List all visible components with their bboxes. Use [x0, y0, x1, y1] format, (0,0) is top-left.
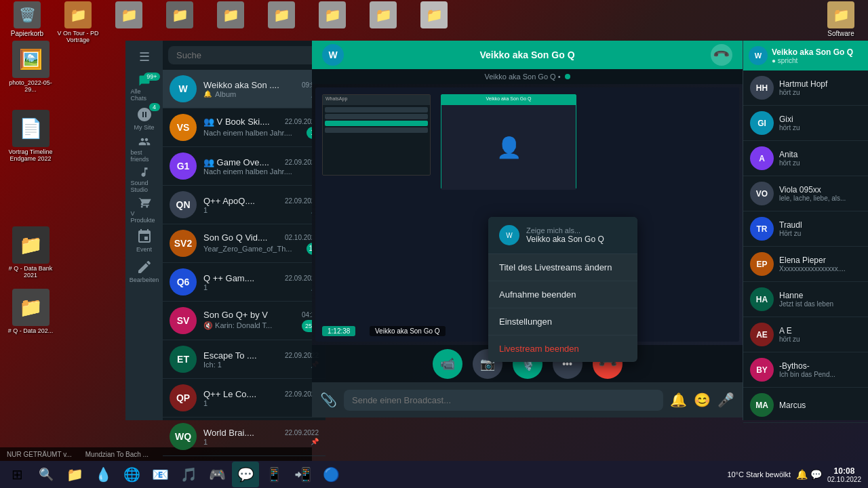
- all-chats-badge: 99+: [144, 73, 159, 81]
- context-menu-item-titel[interactable]: Titel des Livestreams ändern: [488, 254, 637, 281]
- contact-elena[interactable]: EP Elena Pieper Xxxxxxxxxxxxxxxxx....: [743, 247, 868, 282]
- nav-label-sound-studio: Sound Studio: [131, 180, 158, 193]
- taskbar-app-game[interactable]: 🎮: [203, 462, 231, 487]
- desktop-icon-4[interactable]: 📁: [156, 1, 203, 43]
- avatar-qapoq: QN: [170, 191, 197, 218]
- taskbar-app-mail[interactable]: 📧: [146, 462, 174, 487]
- start-button[interactable]: ⊞: [0, 461, 34, 488]
- desktop-icon-qdata1[interactable]: 📁 # Q - Data Bank 2021: [7, 226, 54, 279]
- avatar-vbookski: VS: [170, 114, 197, 141]
- chat-item-qgam[interactable]: Q6 Q ++ Gam.... 22.09.2022 1 📌: [163, 263, 326, 302]
- desktop-icons-top: 🗑️ Papierkorb 📁 V On Tour - PD Vorträge …: [0, 0, 868, 45]
- status-item-2: Mundzian To Bach ...: [85, 451, 149, 458]
- search-taskbar[interactable]: 🔍: [34, 462, 58, 487]
- nav-label-all-chats: Alle Chats: [131, 88, 158, 102]
- nav-label-v-produkte: V Produkte: [131, 210, 158, 224]
- nav-best-friends[interactable]: best friends: [131, 136, 158, 163]
- status-item-1: NUR GETRÄUMT v...: [7, 451, 72, 458]
- hamburger-menu[interactable]: ☰: [136, 46, 153, 68]
- taskbar-app-messenger[interactable]: 💬: [232, 462, 259, 487]
- notification-icon[interactable]: 🔔: [670, 392, 687, 408]
- chat-item-songovid[interactable]: SV2 Son Go Q Vid.... 02.10.2022 Year_Zer…: [163, 224, 326, 263]
- context-menu: W Zeige mich als... Veikko aka Son Go Q …: [488, 217, 637, 362]
- desktop-icon-9[interactable]: 📁: [410, 1, 458, 43]
- call-status-text: Veikko aka Son Go Q •: [484, 73, 560, 81]
- context-menu-item-beenden[interactable]: Livestream beenden: [488, 336, 637, 362]
- desktop-icon-vontour[interactable]: 📁 V On Tour - PD Vorträge: [54, 1, 102, 43]
- nav-bearbeiten[interactable]: Bearbeiten: [131, 258, 158, 285]
- desktop-icon-3[interactable]: 📁: [105, 1, 153, 43]
- desktop-icon-7[interactable]: 📁: [309, 1, 356, 43]
- chat-item-qapoq[interactable]: QN Q++ ApoQ.... 22.09.2022 1 📌: [163, 186, 326, 224]
- nav-my-site[interactable]: 4 My Site: [131, 105, 158, 132]
- chat-item-vbookski[interactable]: VS 👥 V Book Ski.... 22.09.2022 Nach eine…: [163, 108, 326, 147]
- desktop-icon-papierkorb[interactable]: 🗑️ Papierkorb: [3, 1, 51, 43]
- taskbar-app-wa[interactable]: 📲: [289, 462, 316, 487]
- context-menu-item-aufnahme[interactable]: Aufnahme beenden: [488, 281, 637, 308]
- chat-input-bar: 📎 🔔 😊 🎤: [312, 382, 743, 418]
- nav-all-chats[interactable]: 99+ Alle Chats: [131, 75, 158, 102]
- taskbar-weather: 10°C Stark bewölkt: [727, 470, 791, 479]
- chat-item-gameove[interactable]: G1 👥 Game Ove.... 22.09.2022 Nach einem …: [163, 147, 326, 186]
- chat-item-escapeto[interactable]: ET Escape To .... 22.09.2022 Ich: 1 📌: [163, 340, 326, 379]
- nav-sound-studio[interactable]: Sound Studio: [131, 166, 158, 193]
- nav-v-produkte[interactable]: V Produkte: [131, 197, 158, 224]
- contact-bythos[interactable]: BY -Bythos- Ich bin das Pend...: [743, 352, 868, 388]
- video-button[interactable]: 📹: [433, 349, 462, 379]
- desktop: 🗑️ Papierkorb 📁 V On Tour - PD Vorträge …: [0, 0, 868, 488]
- chat-item-weikko[interactable]: W Weikko aka Son .... 09:51 🔔 Album 📌: [163, 70, 326, 108]
- taskbar-time: 10:08 02.10.2022: [827, 466, 861, 483]
- nav-event[interactable]: Event: [131, 227, 158, 254]
- call-header-name: Veikko aka Son Go Q: [351, 49, 704, 60]
- chat-item-worldbrai[interactable]: WQ World Brai.... 22.09.2022 1 📌: [163, 418, 326, 456]
- mini-window-1: WhatsApp: [322, 94, 431, 176]
- mini-window-2: Veikko aka Son Go Q 👤: [441, 94, 576, 189]
- desktop-icon-photo[interactable]: 🖼️ photo_2022-05-29...: [7, 41, 54, 93]
- avatar-escapeto: ET: [170, 346, 197, 373]
- end-call-button[interactable]: 📞: [706, 39, 736, 70]
- chat-item-songoqv[interactable]: SV Son Go Q+ by V 04:22 🔇 Karin: Donald …: [163, 302, 326, 340]
- search-input[interactable]: [168, 46, 320, 64]
- taskbar-right: 10°C Stark bewölkt 🔔 💬 10:08 02.10.2022: [727, 466, 868, 483]
- taskbar-app-extra[interactable]: 🔵: [317, 462, 344, 487]
- right-panel-name: Veikko aka Son Go Q: [772, 47, 853, 57]
- chat-search-area: [163, 41, 326, 70]
- chat-item-qleco[interactable]: QP Q++ Le Co.... 22.09.2022 1: [163, 379, 326, 418]
- context-menu-item-einstellungen[interactable]: Einstellungen: [488, 308, 637, 335]
- emoji-icon[interactable]: 😊: [694, 392, 711, 408]
- right-panel-sub: ● spricht: [772, 57, 853, 64]
- contact-hanne[interactable]: HA Hanne Jetzt ist das leben: [743, 282, 868, 317]
- context-user-name: Veikko aka Son Go Q: [526, 235, 604, 244]
- call-header-bar: W Veikko aka Son Go Q 📞: [312, 41, 743, 69]
- nav-label-my-site: My Site: [134, 124, 154, 131]
- contact-ae[interactable]: AE A E hört zu: [743, 317, 868, 352]
- chat-info-weikko: Weikko aka Son .... 09:51 🔔 Album 📌: [203, 80, 319, 98]
- right-panel-avatar: W: [749, 46, 768, 65]
- my-site-badge: 4: [149, 103, 160, 111]
- broadcast-input[interactable]: [344, 390, 663, 411]
- online-indicator: [565, 74, 570, 79]
- taskbar-app-browser[interactable]: 🌐: [118, 462, 145, 487]
- avatar-qgam: Q6: [170, 268, 197, 296]
- avatar-gameove: G1: [170, 152, 197, 180]
- desktop-icon-qdata2[interactable]: 📁 # Q - Data 202...: [7, 289, 54, 334]
- avatar-weikko: W: [170, 75, 197, 102]
- taskbar-app-phone[interactable]: 📱: [260, 462, 288, 487]
- contact-marcus[interactable]: MA Marcus: [743, 388, 868, 423]
- avatar-songovid: SV2: [170, 230, 197, 257]
- contact-hartmut[interactable]: HH Hartmut Hopf hört zu: [743, 70, 868, 106]
- desktop-icon-vortrag[interactable]: 📄 Vortrag Timeline Endgame 2022: [7, 110, 54, 162]
- attachment-icon[interactable]: 📎: [320, 392, 337, 408]
- taskbar-app-explorer[interactable]: 📁: [61, 462, 88, 487]
- desktop-icon-6[interactable]: 📁: [258, 1, 305, 43]
- mic-input-icon[interactable]: 🎤: [717, 392, 734, 408]
- taskbar-app-dropbox[interactable]: 💧: [90, 462, 117, 487]
- contact-anita[interactable]: A Anita hört zu: [743, 141, 868, 176]
- desktop-icon-5[interactable]: 📁: [207, 1, 254, 43]
- taskbar-app-music[interactable]: 🎵: [175, 462, 202, 487]
- desktop-icon-software[interactable]: 📁 Software: [817, 1, 865, 43]
- contact-traudl[interactable]: TR Traudl Hört zu: [743, 211, 868, 247]
- desktop-icon-8[interactable]: 📁: [359, 1, 407, 43]
- contact-gixi[interactable]: GI Gixi hört zu: [743, 106, 868, 141]
- contact-viola[interactable]: VO Viola 095xx lele, lache, liebe, als..…: [743, 176, 868, 211]
